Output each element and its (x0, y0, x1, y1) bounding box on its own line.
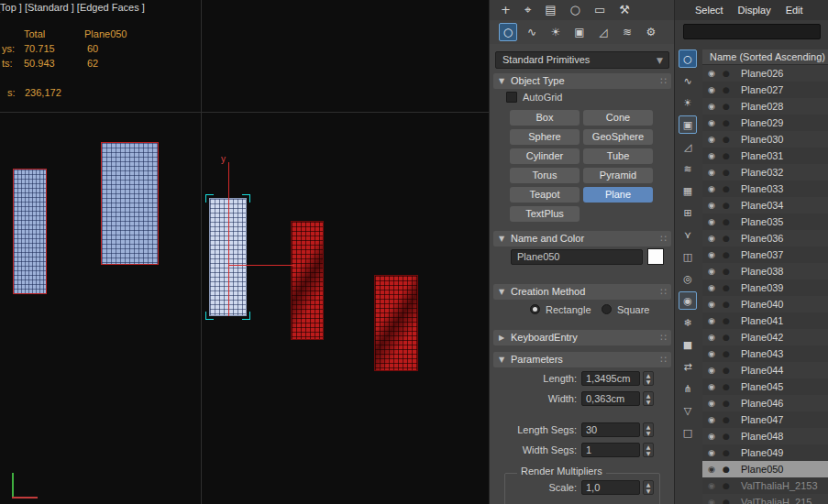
rectangle-radio[interactable] (530, 304, 540, 314)
object-list-row[interactable]: ◉ ● Plane040 (702, 296, 828, 312)
cameras-category-icon[interactable]: ▣ (570, 23, 589, 41)
object-list-row[interactable]: ◉ ● Plane031 (702, 148, 828, 164)
visibility-eye-icon[interactable]: ◉ (708, 296, 715, 312)
spinner-up-icon[interactable]: ▲ (644, 372, 653, 378)
render-toggle-icon[interactable]: ● (723, 461, 730, 477)
spacewarps-category-icon[interactable]: ≋ (618, 23, 636, 41)
object-type-button[interactable]: Box (510, 110, 580, 126)
object-list-row[interactable]: ◉ ● Plane045 (702, 378, 828, 395)
spinner-control[interactable]: ▲ ▼ (643, 391, 654, 406)
display-hidden-icon[interactable]: ◉ (679, 291, 697, 310)
render-toggle-icon[interactable]: ● (723, 98, 730, 115)
object-list-row[interactable]: ◉ ● Plane039 (702, 279, 828, 296)
visibility-eye-icon[interactable]: ◉ (708, 148, 715, 164)
render-toggle-icon[interactable]: ● (723, 214, 730, 230)
display-groups-icon[interactable]: ▦ (679, 181, 697, 200)
render-toggle-icon[interactable]: ● (723, 312, 730, 329)
spinner-up-icon[interactable]: ▲ (644, 423, 653, 430)
object-list-row[interactable]: ◉ ● Plane034 (702, 197, 828, 214)
visibility-eye-icon[interactable]: ◉ (708, 329, 715, 345)
viewport-top[interactable]: [Top ] [Standard ] [Edged Faces ] Total … (0, 0, 489, 504)
spinner-control[interactable]: ▲ ▼ (643, 422, 654, 437)
rollout-parameters[interactable]: ▼ Parameters ∷ (493, 352, 671, 367)
visibility-eye-icon[interactable]: ◉ (708, 98, 715, 115)
render-toggle-icon[interactable]: ● (723, 131, 730, 148)
visibility-eye-icon[interactable]: ◉ (708, 65, 715, 82)
object-list-row[interactable]: ◉ ● ValThaliaH_2153 (702, 477, 828, 494)
display-bones-icon[interactable]: ⋎ (679, 225, 697, 244)
object-type-button[interactable]: TextPlus (510, 206, 580, 222)
viewport-plane-object-4[interactable] (374, 275, 418, 371)
object-list-row[interactable]: ◉ ● Plane048 (702, 428, 828, 444)
rollout-creation-method[interactable]: ▼ Creation Method ∷ (493, 284, 671, 300)
viewport-plane-object-2[interactable] (101, 142, 159, 265)
parameter-value-field[interactable]: 0,363cm (581, 391, 640, 406)
render-toggle-icon[interactable]: ● (723, 65, 730, 82)
render-toggle-icon[interactable]: ● (723, 115, 730, 131)
visibility-eye-icon[interactable]: ◉ (708, 411, 715, 428)
object-list-row[interactable]: ◉ ● Plane026 (702, 65, 828, 82)
object-list-row[interactable]: ◉ ● Plane037 (702, 247, 828, 263)
object-list-row[interactable]: ◉ ● Plane027 (702, 82, 828, 98)
object-list-row[interactable]: ◉ ● Plane036 (702, 230, 828, 247)
object-type-button[interactable]: Cone (583, 110, 653, 126)
render-toggle-icon[interactable]: ● (723, 164, 730, 181)
visibility-eye-icon[interactable]: ◉ (708, 115, 715, 131)
menu-item[interactable]: Display (738, 5, 771, 16)
visibility-eye-icon[interactable]: ◉ (708, 312, 715, 329)
sort-column-header[interactable]: Name (Sorted Ascending) (702, 49, 828, 65)
display-lights-icon[interactable]: ☀ (679, 93, 697, 112)
scale-value-field[interactable]: 1,0 (581, 480, 640, 495)
spinner-control[interactable]: ▲ ▼ (643, 443, 654, 457)
object-list-row[interactable]: ◉ ● Plane046 (702, 395, 828, 411)
visibility-eye-icon[interactable]: ◉ (708, 181, 715, 197)
visibility-eye-icon[interactable]: ◉ (708, 197, 715, 214)
motion-tab-icon[interactable]: ○ (570, 0, 580, 20)
display-geometry-icon[interactable]: ○ (679, 49, 697, 68)
display-cameras-icon[interactable]: ▣ (679, 115, 697, 134)
visibility-eye-icon[interactable]: ◉ (708, 247, 715, 263)
spinner-up-icon[interactable]: ▲ (644, 392, 653, 399)
spinner-control[interactable]: ▲ ▼ (643, 480, 654, 495)
spinner-up-icon[interactable]: ▲ (644, 444, 653, 450)
lock-cell-editing-icon[interactable]: ■ (679, 335, 697, 354)
object-list-row[interactable]: ◉ ● Plane032 (702, 164, 828, 181)
display-materials-icon[interactable]: ◎ (679, 269, 697, 288)
visibility-eye-icon[interactable]: ◉ (708, 230, 715, 247)
render-toggle-icon[interactable]: ● (723, 494, 730, 504)
object-list-row[interactable]: ◉ ● Plane042 (702, 329, 828, 345)
object-type-button[interactable]: Teapot (510, 187, 580, 203)
render-toggle-icon[interactable]: ● (723, 263, 730, 279)
display-spacewarps-icon[interactable]: ≋ (679, 159, 697, 178)
rollout-keyboard-entry[interactable]: ▶ KeyboardEntry ∷ (493, 330, 671, 345)
render-toggle-icon[interactable]: ● (723, 477, 730, 494)
visibility-eye-icon[interactable]: ◉ (708, 378, 715, 395)
systems-category-icon[interactable]: ⚙ (642, 23, 660, 41)
render-toggle-icon[interactable]: ● (723, 82, 730, 98)
object-list-row[interactable]: ◉ ● Plane044 (702, 362, 828, 378)
helpers-category-icon[interactable]: ◿ (594, 23, 613, 41)
object-list-row[interactable]: ◉ ● Plane035 (702, 214, 828, 230)
rollout-name-and-color[interactable]: ▼ Name and Color ∷ (493, 231, 671, 247)
shapes-category-icon[interactable]: ∿ (523, 23, 541, 41)
filter-icon[interactable]: ▽ (679, 401, 697, 420)
visibility-eye-icon[interactable]: ◉ (708, 395, 715, 411)
parameter-value-field[interactable]: 1 (581, 443, 640, 457)
spinner-up-icon[interactable]: ▲ (644, 481, 653, 488)
object-list-row[interactable]: ◉ ● ValThaliaH_215 (702, 494, 828, 504)
visibility-eye-icon[interactable]: ◉ (708, 362, 715, 378)
object-list-row[interactable]: ◉ ● Plane038 (702, 263, 828, 279)
render-toggle-icon[interactable]: ● (723, 411, 730, 428)
plus-icon[interactable]: + (501, 0, 511, 20)
object-color-swatch[interactable] (647, 248, 664, 265)
rollout-object-type[interactable]: ▼ Object Type ∷ (493, 73, 671, 89)
object-name-field[interactable]: Plane050 (511, 249, 643, 265)
visibility-eye-icon[interactable]: ◉ (708, 214, 715, 230)
parameter-value-field[interactable]: 1,3495cm (581, 371, 640, 386)
render-toggle-icon[interactable]: ● (723, 378, 730, 395)
object-type-button[interactable]: Plane (583, 187, 653, 203)
render-toggle-icon[interactable]: ● (723, 296, 730, 312)
visibility-eye-icon[interactable]: ◉ (708, 164, 715, 181)
render-toggle-icon[interactable]: ● (723, 362, 730, 378)
render-toggle-icon[interactable]: ● (723, 444, 730, 461)
